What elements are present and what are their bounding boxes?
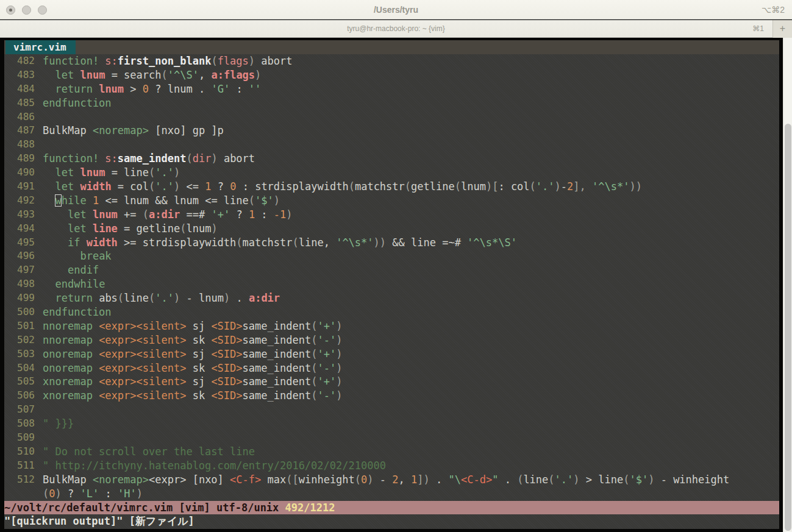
- token-kw: endwhile: [55, 278, 105, 290]
- token-txt: abort: [255, 55, 292, 67]
- line-number: [4, 487, 43, 501]
- token-txt: ,: [199, 69, 211, 81]
- token-kw: endfunction: [43, 306, 112, 318]
- token-kw: return: [55, 292, 99, 304]
- token-txt: BulkMap: [43, 124, 93, 137]
- token-pun: ],: [573, 180, 585, 193]
- line-text: function! s:first_non_blank(flags) abort: [43, 54, 779, 68]
- terminal-screen[interactable]: vimrc.vim 482function! s:first_non_blank…: [0, 38, 783, 532]
- token-str: '.': [155, 180, 174, 193]
- token-num: 1: [249, 208, 255, 221]
- token-pun: )[: [486, 180, 498, 193]
- token-pun: )): [629, 180, 641, 193]
- token-txt: max: [261, 473, 286, 486]
- line-number: 510: [4, 445, 43, 459]
- code-line-488: 488: [4, 138, 779, 152]
- token-txt: [43, 166, 55, 179]
- token-txt: +=: [118, 208, 143, 221]
- code-line-487: 487BulkMap <noremap> [nxo] gp ]p: [4, 124, 779, 138]
- line-text: let lnum += (a:dir ==# '+' ? 1 : -1): [43, 208, 779, 222]
- token-str: '^\S': [168, 69, 199, 81]
- line-number: 492: [4, 194, 43, 208]
- token-pun: ): [211, 222, 217, 235]
- token-str: ": [492, 473, 498, 486]
- token-num: 2: [392, 473, 398, 486]
- scrollbar-thumb[interactable]: [785, 124, 791, 531]
- vim-buffer-tab[interactable]: vimrc.vim: [5, 40, 76, 54]
- token-txt: sj: [186, 348, 211, 360]
- token-txt: [43, 69, 55, 81]
- token-str: '.': [155, 166, 174, 179]
- token-txt: - lnum: [180, 292, 224, 304]
- line-text: [43, 431, 779, 445]
- line-number: 506: [4, 389, 43, 403]
- token-idb: lnum: [80, 166, 105, 179]
- token-txt: ? lnum .: [149, 83, 211, 95]
- terminal-tab-bar[interactable]: tyru@hr-macbook-pro: ~ {vim} ⌘1 +: [0, 20, 792, 38]
- plus-icon: +: [780, 23, 785, 34]
- token-kw: nnoremap: [43, 320, 99, 332]
- token-pun: (: [517, 473, 523, 486]
- line-number: 487: [4, 124, 43, 138]
- token-txt: BulkMap: [43, 473, 93, 486]
- token-kw: <noremap>: [93, 124, 149, 137]
- token-not: <expr><silent>: [99, 375, 186, 388]
- token-pun: (: [311, 334, 317, 346]
- terminal-scrollbar[interactable]: [783, 38, 792, 532]
- line-number: 501: [4, 319, 43, 333]
- line-number: 509: [4, 431, 43, 445]
- token-txt: -: [374, 473, 393, 486]
- token-txt: line,: [299, 236, 336, 249]
- token-pun: )): [374, 236, 386, 249]
- tab-shortcut-label: ⌘1: [752, 20, 764, 38]
- token-pun: ): [286, 208, 292, 221]
- code-line-507: 507: [4, 403, 779, 417]
- line-text: return abs(line('.') - lnum) . a:dir: [43, 291, 779, 305]
- token-txt: sk: [186, 334, 211, 346]
- token-idb: a:flags: [211, 69, 255, 81]
- token-pun: ): [174, 292, 180, 304]
- line-number: 488: [4, 138, 43, 152]
- token-sal: s:: [105, 152, 117, 165]
- token-sal: dir: [193, 152, 212, 165]
- window-title: /Users/tyru: [0, 0, 792, 20]
- token-txt: .: [430, 473, 449, 486]
- line-text: nnoremap <expr><silent> sk <SID>same_ind…: [43, 333, 779, 347]
- line-number: 495: [4, 236, 43, 250]
- token-kw: function!: [43, 55, 105, 67]
- token-txt: matchstr: [355, 180, 405, 193]
- token-pun: (: [455, 180, 461, 193]
- token-idb: width: [80, 180, 111, 193]
- line-number: 483: [4, 68, 43, 82]
- code-line-504: 504onoremap <expr><silent> sk <SID>same_…: [4, 361, 779, 375]
- token-pun: (: [311, 348, 317, 360]
- token-key: <C-d>: [461, 473, 492, 486]
- line-number: 498: [4, 277, 43, 291]
- token-str: 'H': [118, 488, 137, 500]
- token-pun: ): [211, 152, 217, 165]
- token-txt: sj: [186, 320, 211, 332]
- token-pun: (: [548, 473, 554, 486]
- code-line-497: 497 endif: [4, 263, 779, 277]
- line-text: if width >= strdisplaywidth(matchstr(lin…: [43, 236, 779, 250]
- token-not: <SID>: [211, 375, 242, 388]
- token-num: -1: [274, 208, 286, 221]
- token-txt: matchstr: [243, 236, 293, 249]
- new-tab-button[interactable]: +: [772, 20, 792, 38]
- terminal-tab-title[interactable]: tyru@hr-macbook-pro: ~ {vim}: [0, 20, 792, 38]
- line-number: 496: [4, 249, 43, 263]
- token-txt: ?: [230, 208, 249, 221]
- line-text: xnoremap <expr><silent> sk <SID>same_ind…: [43, 389, 779, 403]
- token-txt: [43, 236, 68, 249]
- line-number: 503: [4, 347, 43, 361]
- token-num: 2: [567, 180, 573, 193]
- token-str: '.': [536, 180, 555, 193]
- token-str: '-': [317, 334, 336, 346]
- token-txt: [43, 180, 55, 193]
- token-txt: line: [124, 292, 149, 304]
- token-pun: (: [236, 236, 242, 249]
- token-kw: return: [55, 83, 99, 95]
- token-pun: (: [162, 69, 168, 81]
- token-txt: >= strdisplaywidth: [118, 236, 236, 249]
- line-text: BulkMap <noremap><expr> [nxo] <C-f> max(…: [43, 473, 779, 487]
